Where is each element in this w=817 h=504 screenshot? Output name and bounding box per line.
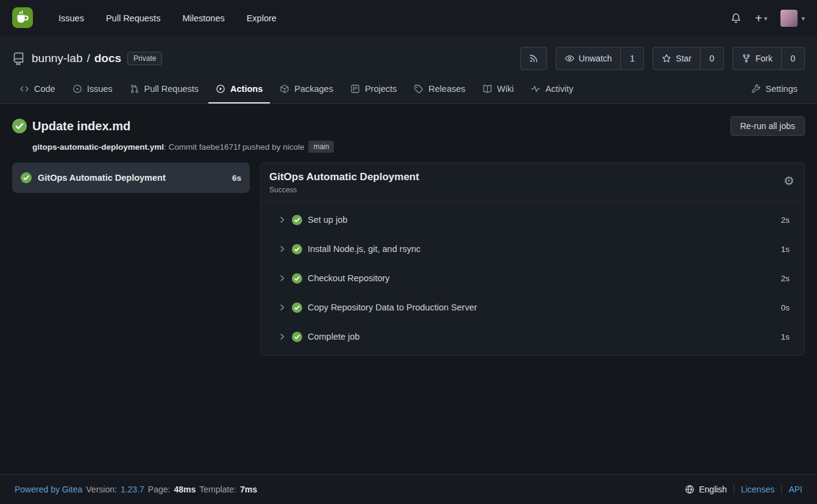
language-label: English	[699, 485, 727, 494]
step-duration: 1s	[781, 245, 790, 254]
repo-owner-link[interactable]: bunny-lab	[32, 52, 82, 65]
chevron-right-icon	[278, 215, 286, 224]
private-badge: Private	[127, 52, 162, 65]
tab-wiki[interactable]: Wiki	[475, 75, 521, 103]
rss-button[interactable]	[520, 47, 547, 70]
eye-icon	[565, 54, 575, 63]
star-icon	[662, 54, 671, 63]
book-icon	[483, 84, 492, 94]
footer-divider	[781, 485, 782, 494]
page-time-label: Page:	[148, 485, 171, 494]
page-footer: Powered by Gitea Version: 1.23.7 Page: 4…	[0, 474, 817, 504]
repo-breadcrumb: bunny-lab / docs	[32, 52, 121, 65]
chevron-down-icon: ▾	[764, 15, 768, 23]
success-check-icon	[292, 332, 302, 342]
tag-icon	[414, 84, 423, 94]
branch-badge[interactable]: main	[308, 141, 334, 153]
tab-actions[interactable]: Actions	[208, 75, 270, 103]
tab-label: Activity	[545, 84, 573, 94]
tab-settings[interactable]: Settings	[744, 75, 805, 103]
tab-pull-requests[interactable]: Pull Requests	[122, 75, 206, 103]
repo-title-row: bunny-lab / docs Private	[12, 46, 805, 71]
rerun-all-jobs-button[interactable]: Re-run all jobs	[730, 116, 805, 136]
tab-projects[interactable]: Projects	[343, 75, 404, 103]
fork-button-group: Fork 0	[732, 47, 805, 70]
run-subtitle: gitops-automatic-deployment.yml: Commit …	[32, 141, 805, 153]
create-new-button[interactable]: + ▾	[755, 12, 767, 24]
success-check-icon	[292, 303, 302, 313]
unwatch-button[interactable]: Unwatch	[556, 47, 621, 70]
tab-label: Packages	[294, 84, 333, 94]
tab-packages[interactable]: Packages	[272, 75, 341, 103]
star-button-group: Star 0	[653, 47, 724, 70]
tab-label: Pull Requests	[144, 84, 199, 94]
powered-by-gitea-link[interactable]: Powered by Gitea	[15, 485, 82, 494]
step-row[interactable]: Complete job 1s	[261, 322, 804, 351]
step-name: Complete job	[308, 332, 359, 341]
nav-item-milestones[interactable]: Milestones	[171, 0, 235, 37]
tab-label: Wiki	[497, 84, 514, 94]
watch-button-group: Unwatch 1	[556, 47, 644, 70]
step-name: Install Node.js, git, and rsync	[308, 244, 420, 254]
rss-icon	[529, 54, 539, 63]
tab-label: Issues	[87, 84, 113, 94]
step-row[interactable]: Copy Repository Data to Production Serve…	[261, 293, 804, 322]
licenses-link[interactable]: Licenses	[741, 485, 774, 494]
unwatch-label: Unwatch	[579, 54, 612, 63]
watchers-count[interactable]: 1	[621, 47, 644, 70]
nav-item-pull-requests[interactable]: Pull Requests	[95, 0, 171, 37]
job-detail-header: GitOps Automatic Deployment Success ⚙	[261, 163, 804, 201]
template-time-value: 7ms	[240, 485, 257, 494]
tab-activity[interactable]: Activity	[523, 75, 581, 103]
footer-divider	[734, 485, 734, 494]
job-status-text: Success	[269, 186, 419, 194]
star-label: Star	[676, 54, 691, 63]
repo-icon	[12, 52, 26, 65]
pull-request-icon	[130, 84, 140, 94]
chevron-right-icon	[278, 332, 286, 341]
repo-action-buttons: Unwatch 1 Star 0	[520, 47, 805, 70]
step-name: Checkout Repository	[308, 273, 390, 283]
step-name: Set up job	[308, 215, 347, 225]
footer-links: English Licenses API	[685, 485, 802, 494]
actions-play-icon	[216, 84, 225, 94]
tab-label: Actions	[230, 84, 263, 94]
actions-run-view: Update index.md Re-run all jobs gitops-a…	[0, 104, 817, 474]
step-list: Set up job 2s Install Node.js, git, and …	[261, 201, 804, 351]
language-selector[interactable]: English	[685, 485, 727, 494]
nav-item-explore[interactable]: Explore	[236, 0, 288, 37]
forks-count[interactable]: 0	[782, 47, 805, 70]
success-check-icon	[12, 119, 27, 133]
star-button[interactable]: Star	[653, 47, 701, 70]
version-link[interactable]: 1.23.7	[121, 485, 144, 494]
step-row[interactable]: Set up job 2s	[261, 205, 804, 234]
notifications-button[interactable]	[730, 13, 741, 24]
repo-tab-bar: Code Issues Pull Requests	[12, 75, 805, 103]
page-time-value: 48ms	[174, 485, 196, 494]
user-menu[interactable]: ▾	[780, 10, 805, 27]
tab-label: Code	[34, 84, 55, 94]
step-duration: 1s	[781, 332, 790, 341]
stars-count[interactable]: 0	[701, 47, 724, 70]
chevron-right-icon	[278, 245, 286, 253]
avatar	[780, 10, 798, 27]
run-title: Update index.md	[32, 119, 130, 133]
job-duration: 6s	[232, 173, 241, 183]
tab-code[interactable]: Code	[12, 75, 63, 103]
job-item[interactable]: GitOps Automatic Deployment 6s	[12, 163, 250, 193]
step-row[interactable]: Checkout Repository 2s	[261, 264, 804, 293]
fork-button[interactable]: Fork	[732, 47, 782, 70]
footer-meta: Powered by Gitea Version: 1.23.7 Page: 4…	[15, 485, 257, 494]
tab-issues[interactable]: Issues	[65, 75, 120, 103]
repo-name-link[interactable]: docs	[94, 52, 121, 65]
issue-icon	[73, 84, 82, 94]
step-row[interactable]: Install Node.js, git, and rsync 1s	[261, 234, 804, 264]
nav-item-issues[interactable]: Issues	[48, 0, 95, 37]
activity-pulse-icon	[531, 84, 540, 94]
tab-releases[interactable]: Releases	[406, 75, 472, 103]
version-label: Version:	[86, 485, 117, 494]
api-link[interactable]: API	[788, 485, 802, 494]
gitea-logo[interactable]	[12, 8, 33, 29]
job-options-gear-icon[interactable]: ⚙	[783, 175, 794, 187]
chevron-down-icon: ▾	[801, 15, 805, 23]
